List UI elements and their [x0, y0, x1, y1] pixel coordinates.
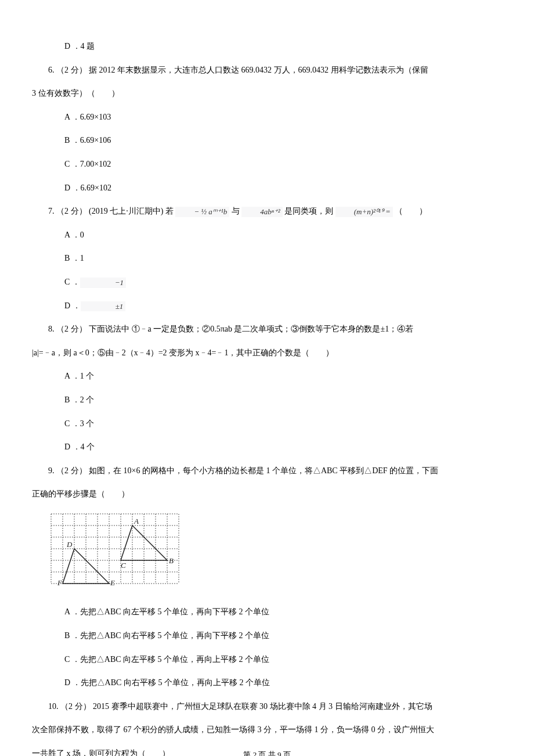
q7-stem-part4: （ ） — [395, 207, 427, 215]
q7-math1: − ½ aᵐ⁺¹b — [175, 207, 229, 217]
diagram-label-c: C — [121, 561, 126, 570]
q9-stem-line2: 正确的平移步骤是（ ） — [32, 483, 502, 506]
q9-option-a: A ．先把△ABC 向左平移 5 个单位，再向下平移 2 个单位 — [32, 600, 502, 624]
diagram-label-e: E — [110, 578, 115, 586]
q9-stem-line1: 9. （2 分） 如图，在 10×6 的网格中，每个小方格的边长都是 1 个单位… — [32, 459, 502, 483]
q7-stem: 7. （2 分） (2019 七上·川汇期中) 若 − ½ aᵐ⁺¹b 与 4a… — [32, 200, 502, 224]
page-footer: 第 2 页 共 9 页 — [0, 744, 534, 756]
diagram-label-d: D — [66, 540, 73, 549]
q9-option-b: B ．先把△ABC 向右平移 5 个单位，再向下平移 2 个单位 — [32, 624, 502, 648]
q8-option-c: C ．3 个 — [32, 412, 502, 436]
q5-option-d: D ．4 题 — [32, 35, 502, 59]
q9-option-d: D ．先把△ABC 向右平移 5 个单位，再向上平移 2 个单位 — [32, 671, 502, 695]
q10-stem-line2: 次全部保持不败，取得了 67 个积分的骄人成绩，已知胜一场得 3 分，平一场得 … — [32, 718, 502, 742]
q8-stem-line2: |a|=﹣a，则 a＜0；⑤由﹣2（x﹣4）=2 变形为 x﹣4=﹣1，其中正确… — [32, 341, 502, 365]
q7-option-d: D ．±1 — [32, 294, 502, 318]
q6-stem-line1: 6. （2 分） 据 2012 年末数据显示，大连市总人口数达 669.0432… — [32, 59, 502, 82]
q6-option-b: B ．6.69×106 — [32, 129, 502, 153]
q8-option-d: D ．4 个 — [32, 435, 502, 459]
q7-option-d-math: ±1 — [81, 301, 126, 312]
q7-stem-part3: 是同类项，则 — [284, 207, 335, 215]
q7-stem-part1: 7. （2 分） (2019 七上·川汇期中) 若 — [48, 207, 175, 215]
q7-option-c-math: −1 — [80, 278, 126, 288]
diagram-label-f: F — [57, 578, 63, 586]
q6-option-c: C ．7.00×102 — [32, 153, 502, 177]
diagram-label-a: A — [134, 517, 139, 525]
q7-math3: (m+n)²⁰¹⁹ = — [335, 207, 393, 217]
q6-option-a: A ．6.69×103 — [32, 106, 502, 129]
q8-option-b: B ．2 个 — [32, 388, 502, 412]
q10-stem-line1: 10. （2 分） 2015 赛季中超联赛中，广州恒大足球队在联赛 30 场比赛… — [32, 695, 502, 719]
diagram-label-b: B — [169, 556, 174, 565]
q7-math2: 4abⁿ⁺² — [241, 207, 283, 217]
q7-option-a: A ．0 — [32, 224, 502, 247]
q7-option-c-prefix: C ． — [64, 278, 80, 286]
q7-option-c: C ．−1 — [32, 271, 502, 294]
q8-stem-line1: 8. （2 分） 下面说法中 ①﹣a 一定是负数；②0.5πab 是二次单项式；… — [32, 318, 502, 341]
q7-option-b: B ．1 — [32, 247, 502, 271]
q7-stem-part2: 与 — [232, 207, 242, 215]
q8-option-a: A ．1 个 — [32, 365, 502, 388]
q6-option-d: D ．6.69×102 — [32, 177, 502, 200]
q7-option-d-prefix: D ． — [64, 301, 81, 310]
q9-diagram: A B C D E F — [48, 511, 502, 596]
q9-option-c: C ．先把△ABC 向左平移 5 个单位，再向上平移 2 个单位 — [32, 648, 502, 672]
q6-stem-line2: 3 位有效数字）（ ） — [32, 82, 502, 106]
